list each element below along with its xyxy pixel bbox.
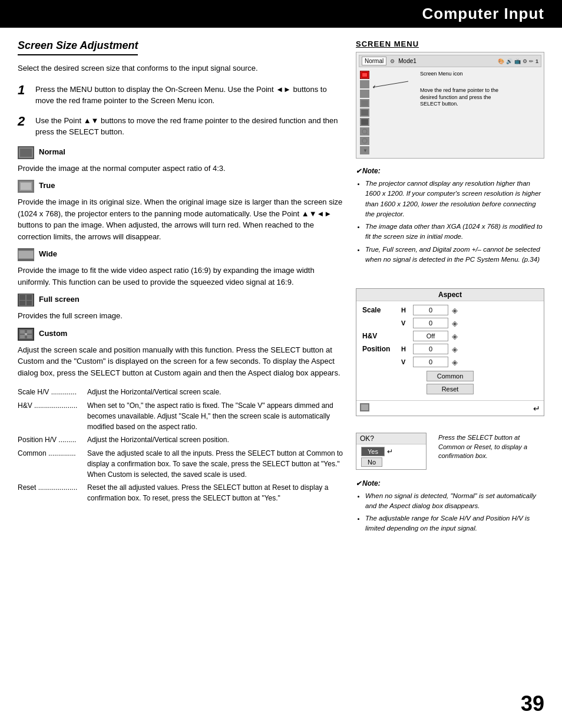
reset-btn-row: Reset (362, 384, 538, 394)
tab-normal: Normal (362, 57, 386, 65)
ok-yes-row: Yes ↵ (361, 447, 421, 456)
svg-point-29 (362, 129, 367, 134)
note1-item-1: The image data other than XGA (1024 x 76… (365, 222, 544, 242)
true-desc: Provide the image in its original size. … (18, 196, 344, 242)
desc-table: Scale H/V ............. Adjust the Horiz… (18, 387, 344, 503)
common-button[interactable]: Common (427, 371, 474, 381)
svg-rect-11 (19, 295, 25, 300)
right-column: SCREEN MENU Normal ⚙ Mode1 🎨 🔊 📺 ⚙ ✏ 1 (356, 39, 544, 535)
desc-key-0: Scale H/V ............. (18, 387, 82, 398)
custom-label: Custom (39, 328, 67, 340)
svg-rect-2 (20, 149, 32, 157)
wide-icon (18, 248, 34, 261)
note1-item-0: The projector cannot display any resolut… (365, 179, 544, 219)
aspect-pos-v-row: V 0 ◈ (362, 357, 538, 367)
mode-true-item: True (18, 180, 344, 193)
svg-rect-18 (27, 330, 32, 334)
screen-menu-box: Normal ⚙ Mode1 🎨 🔊 📺 ⚙ ✏ 1 (356, 52, 544, 159)
svg-rect-19 (20, 335, 25, 338)
desc-val-4: Reset the all adjusted values. Press the… (87, 482, 344, 503)
scale-h-label: H (401, 307, 409, 314)
desc-key-4: Reset .................... (18, 482, 82, 503)
ok-dialog: OK? Yes ↵ No (356, 433, 427, 470)
step-2-text: Use the Point ▲▼ buttons to move the red… (35, 115, 344, 138)
aspect-enter-icon: ↵ (533, 404, 540, 413)
svg-rect-13 (19, 301, 25, 305)
svg-line-33 (373, 81, 408, 87)
desc-row-0: Scale H/V ............. Adjust the Horiz… (18, 387, 344, 398)
svg-rect-28 (361, 119, 368, 125)
sidebar-icon-down: ▼ (360, 146, 369, 154)
desc-row-3: Common .............. Save the adjusted … (18, 448, 344, 480)
screen-menu-icon-annotation: Screen Menu icon (420, 71, 497, 78)
ok-enter-icon: ↵ (387, 447, 393, 456)
reset-button[interactable]: Reset (427, 384, 474, 394)
svg-rect-5 (21, 183, 31, 190)
desc-key-3: Common .............. (18, 448, 82, 480)
ok-buttons: Yes ↵ No (356, 444, 426, 469)
step-2-number: 2 (18, 115, 29, 138)
note2-list: When no signal is detected, "Normal" is … (356, 491, 544, 533)
screen-menu-label: SCREEN MENU (356, 39, 544, 48)
svg-text:▼: ▼ (363, 148, 368, 153)
svg-line-30 (366, 133, 368, 134)
aspect-scale-h-row: Scale H 0 ◈ (362, 305, 538, 315)
sidebar-icon-magnify2 (360, 137, 369, 145)
aspect-dialog-title: Aspect (356, 289, 544, 301)
hv-label: H&V (362, 332, 398, 340)
sidebar-icon-magnify1 (360, 127, 369, 136)
aspect-scale-v-row: V 0 ◈ (362, 318, 538, 328)
aspect-hv-row: H&V Off ◈ (362, 331, 538, 341)
note2-title: Note: (356, 478, 544, 489)
svg-rect-12 (27, 295, 32, 300)
position-label: Position (362, 345, 398, 353)
hv-arrow[interactable]: ◈ (452, 332, 458, 341)
desc-val-3: Save the adjusted scale to all the input… (87, 448, 344, 480)
screen-menu-annotation-area: Screen Menu icon Move the red frame poin… (373, 70, 541, 74)
screen-menu-content: ▼ Screen Menu icon Move the red frame po… (359, 70, 541, 156)
custom-desc: Adjust the screen scale and position man… (18, 344, 344, 379)
scale-label: Scale (362, 306, 398, 314)
screen-menu-pointer-annotation: Move the red frame pointer to the desire… (420, 87, 503, 108)
fullscreen-label: Full screen (39, 294, 80, 305)
pos-h-arrow[interactable]: ◈ (452, 345, 458, 354)
note2-box: Note: When no signal is detected, "Norma… (356, 478, 544, 533)
step-1-number: 1 (18, 84, 29, 107)
desc-row-4: Reset .................... Reset the all… (18, 482, 344, 503)
wide-label: Wide (39, 248, 57, 260)
pos-h-label: H (401, 345, 409, 353)
desc-val-1: When set to "On," the aspect ratio is fi… (87, 400, 344, 432)
yes-button[interactable]: Yes (361, 447, 385, 456)
custom-icon (18, 328, 34, 341)
ok-annotation: Press the SELECT button at Common or Res… (438, 433, 544, 460)
note2-item-0: When no signal is detected, "Normal" is … (365, 491, 544, 512)
desc-val-0: Adjust the Horizontal/Vertical screen sc… (87, 387, 344, 398)
aspect-footer-icon (360, 403, 369, 413)
page-header: Computer Input (0, 0, 562, 28)
sidebar-icon-6 (360, 118, 369, 126)
svg-rect-8 (19, 251, 33, 258)
desc-row-2: Position H/V ......... Adjust the Horizo… (18, 434, 344, 446)
desc-key-2: Position H/V ......... (18, 434, 82, 446)
icon-4: ⚙ (523, 58, 527, 64)
mode-wide-item: Wide (18, 248, 344, 261)
desc-row-1: H&V ...................... When set to "… (18, 400, 344, 432)
scale-h-arrow[interactable]: ◈ (452, 306, 458, 315)
intro-text: Select the desired screen size that conf… (18, 62, 344, 74)
icon-2: 🔊 (506, 58, 513, 64)
mode-normal-item: Normal (18, 146, 344, 159)
left-column: Screen Size Adjustment Select the desire… (18, 39, 344, 535)
icon-num: 1 (535, 58, 538, 64)
screen-menu-icons: 🎨 🔊 📺 ⚙ ✏ 1 (498, 58, 538, 64)
svg-point-31 (362, 139, 367, 143)
desc-key-1: H&V ...................... (18, 400, 82, 432)
scale-v-arrow[interactable]: ◈ (452, 319, 458, 328)
pos-v-arrow[interactable]: ◈ (452, 358, 458, 367)
pos-v-label: V (401, 358, 409, 365)
no-button[interactable]: No (361, 457, 382, 467)
scale-v-label: V (401, 319, 409, 327)
page-title: Screen Size Adjustment (18, 39, 138, 55)
common-btn-row: Common (362, 371, 538, 381)
true-icon (18, 180, 34, 193)
normal-desc: Provide the image at the normal computer… (18, 163, 344, 174)
